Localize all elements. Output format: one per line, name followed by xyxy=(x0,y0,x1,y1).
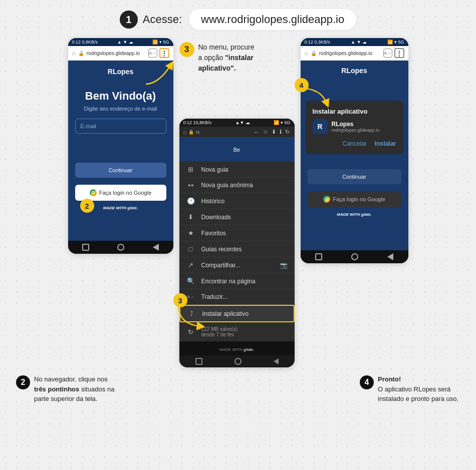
phone-left-content: RLopes Bem Vindo(a) Digite seu endereço … xyxy=(68,61,173,241)
phone-left-status: 0:12 0,8KB/s ▲ ▼ ☁ 📶 ▾ 5G xyxy=(68,38,173,46)
phone-left-address-bar: ⌂ 🔒 rodrigolopes.glideapp.io A→ ⋮ xyxy=(68,46,173,61)
arrow-to-dots xyxy=(143,59,173,87)
phone-mid-nav xyxy=(179,355,295,367)
phone-right-content: Continuar G Faça login no Google MADE WI… xyxy=(301,160,408,250)
phone-mid-address-bar: ⌂ 🔒 rc ← ☆ ⬇ ℹ ↻ xyxy=(179,127,295,138)
step1-header: 1 Acesse: www.rodrigolopes.glideapp.io xyxy=(11,9,465,30)
step4-desc-text: Pronto! O aplicativo RLopes será instala… xyxy=(378,374,460,404)
step1-label: Acesse: xyxy=(143,13,182,26)
col-mid: 3 No menu, procure a opção "instalar apl… xyxy=(179,38,295,367)
phone-mid-app-header: Be xyxy=(179,138,295,162)
app-name-left: RLopes xyxy=(108,68,133,76)
nav-square xyxy=(82,244,89,251)
step2-desc-number: 2 xyxy=(16,375,30,389)
google-g-icon-right: G xyxy=(323,196,330,203)
phone-right-status: 0:12 0,3KB/s ▲ ▼ ☁ 📶 ▾ 5G xyxy=(301,38,408,46)
step4-desc-number: 4 xyxy=(360,375,374,389)
install-app-name: RLopes xyxy=(332,121,380,128)
app-name-right: RLopes xyxy=(307,67,402,75)
google-login-button-left[interactable]: G Faça login no Google xyxy=(75,185,166,201)
three-dots-right[interactable]: ⋮ xyxy=(394,48,404,58)
step1-number: 1 xyxy=(120,11,138,29)
made-with-glide-right: MADE WITH glide. xyxy=(337,212,371,217)
step1-url: www.rodrigolopes.glideapp.io xyxy=(189,9,356,30)
step4-desc-block: 4 Pronto! O aplicativo RLopes será insta… xyxy=(360,374,460,404)
step3-description: No menu, procure a opção "instalar aplic… xyxy=(198,42,260,74)
nav-circle xyxy=(117,244,124,251)
phone-right-address-bar: ⌂ 🔒 rodrigolopes.glideapp.io A→ ⋮ xyxy=(301,46,408,61)
menu-item-historico[interactable]: 🕐 Histórico xyxy=(179,193,295,209)
phone-right: 0:12 0,3KB/s ▲ ▼ ☁ 📶 ▾ 5G ⌂ 🔒 rodrigolop… xyxy=(301,38,408,263)
step3-text-block: 3 No menu, procure a opção "instalar apl… xyxy=(179,38,260,74)
app-icon-r: R xyxy=(313,119,328,134)
nav-back-right xyxy=(387,253,393,260)
translate-icon-right[interactable]: A→ xyxy=(383,49,392,58)
made-with-glide-left: MADE WITH glide. xyxy=(103,206,138,210)
cancelar-button[interactable]: Cancelar xyxy=(343,140,367,147)
made-with-mid: MADE WITH glide. xyxy=(219,347,254,352)
arrow-to-instalar xyxy=(174,301,204,331)
step3-number: 3 xyxy=(179,42,194,57)
continuar-button-right[interactable]: Continuar xyxy=(308,169,401,184)
menu-item-downloads[interactable]: ⬇ Downloads xyxy=(179,209,295,225)
instalar-button[interactable]: Instalar xyxy=(375,140,396,147)
menu-item-encontrar[interactable]: 🔍 Encontrar na página xyxy=(179,273,295,289)
arrow-to-install-dialog xyxy=(296,83,331,113)
install-app-url: rodrigolopes.glideapp.io xyxy=(332,128,380,133)
nav-back xyxy=(153,244,159,251)
step2-badge: 2 xyxy=(80,199,94,213)
google-g-icon: G xyxy=(90,189,97,196)
continuar-button-left[interactable]: Continuar xyxy=(75,163,166,178)
welcome-subtitle: Digite seu endereço de e-mail xyxy=(84,106,157,112)
screenshots-section: 0:12 0,8KB/s ▲ ▼ ☁ 📶 ▾ 5G ⌂ 🔒 rodrigolop… xyxy=(11,38,465,367)
step2-desc-block: 2 No navegador, clique nos três pontinho… xyxy=(16,374,116,404)
phone-right-wrapper: 0:12 0,3KB/s ▲ ▼ ☁ 📶 ▾ 5G ⌂ 🔒 rodrigolop… xyxy=(301,38,408,263)
translate-icon[interactable]: A→ xyxy=(148,49,157,58)
email-input-display: E-mail xyxy=(75,119,166,134)
welcome-title: Bem Vindo(a) xyxy=(85,90,156,103)
phone-mid-wrapper: 0:12 15,8KB/s ▲▼ ☁ 📶 ▾ 5G ⌂ 🔒 rc ← ☆ ⬇ xyxy=(179,79,295,367)
phone-left-nav xyxy=(68,241,173,254)
step2-desc-text: No navegador, clique nos três pontinhos … xyxy=(34,374,116,404)
phone-right-nav xyxy=(301,250,408,263)
google-login-button-right[interactable]: G Faça login no Google xyxy=(308,191,401,207)
phone-mid-status: 0:12 15,8KB/s ▲▼ ☁ 📶 ▾ 5G xyxy=(179,119,295,127)
desc-row: 2 No navegador, clique nos três pontinho… xyxy=(11,374,465,404)
menu-item-nova-guia[interactable]: ⊞ Nova guia xyxy=(179,162,295,178)
menu-item-favoritos[interactable]: ★ Favoritos xyxy=(179,225,295,241)
menu-item-compartilhar[interactable]: ↗ Compartilhar... 📷 xyxy=(179,257,295,273)
phone-left-wrapper: 0:12 0,8KB/s ▲ ▼ ☁ 📶 ▾ 5G ⌂ 🔒 rodrigolop… xyxy=(68,38,173,254)
menu-item-nova-guia-anonima[interactable]: 👓 Nova guia anônima xyxy=(179,178,295,193)
three-dots-button[interactable]: ⋮ xyxy=(159,48,169,58)
menu-item-guias-recentes[interactable]: □ Guias recentes xyxy=(179,241,295,257)
